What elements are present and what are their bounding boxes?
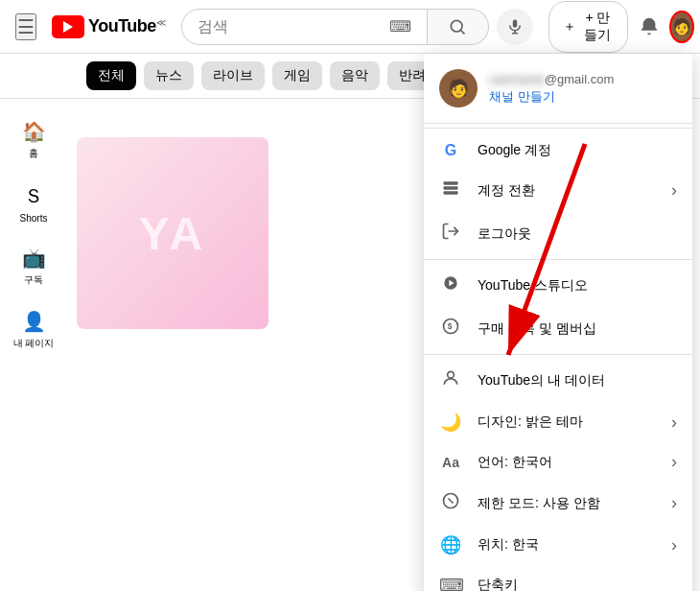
arrow-icon-switch: › [671,180,677,201]
notification-button[interactable] [636,9,662,45]
channel-link[interactable]: 채널 만들기 [489,88,677,106]
divider-1 [424,128,692,129]
filter-chip-게임[interactable]: 게임 [272,61,322,90]
ticket-image: YA [77,137,268,329]
arrow-icon-location: › [671,535,677,556]
dropdown-item-theme[interactable]: 🌙 디자인: 밝은 테마 › [424,402,692,442]
mic-icon [506,18,524,35]
google-icon: G [439,142,462,159]
sidebar-item-홈[interactable]: 🏠 홈 [0,110,67,170]
sidebar-item-구독[interactable]: 📺 구독 [0,237,67,296]
switch-account-icon [439,178,462,202]
header-right: ＋ + 만들기 🧑 [548,1,694,53]
logo-text-group: YouTube≪ [88,16,166,36]
user-email: username@gmail.com [489,72,677,86]
sidebar-label: 구독 [24,273,43,287]
sidebar-icon: 👤 [22,310,46,333]
theme-icon: 🌙 [439,412,462,433]
sidebar-item-Shorts[interactable]: Ｓ Shorts [0,174,67,233]
restricted-icon [439,491,462,515]
filter-chip-라이브[interactable]: 라이브 [201,61,265,90]
dropdown-header: 🧑 username@gmail.com 채널 만들기 [424,54,692,124]
divider-3 [424,354,692,355]
item-label-studio: YouTube 스튜디오 [478,277,677,295]
item-label-restricted: 제한 모드: 사용 안함 [478,495,656,512]
email-domain: @gmail.com [545,72,614,86]
item-label-language: 언어: 한국어 [478,454,656,471]
sidebar-icon: 🏠 [22,120,46,143]
sidebar: 🏠 홈 Ｓ Shorts 📺 구독 👤 내 페이지 [0,99,67,591]
email-blur: username [489,72,545,86]
arrow-icon-language: › [671,452,677,472]
dropdown-item-logout[interactable]: 로그아웃 [424,212,692,255]
divider-2 [424,259,692,260]
avatar-button[interactable]: 🧑 [669,11,694,43]
filter-chip-음악[interactable]: 음악 [330,61,380,90]
svg-rect-2 [513,19,518,27]
location-icon: 🌐 [439,534,462,556]
dropdown-item-shortcuts[interactable]: ⌨ 단축키 [424,565,692,591]
logo[interactable]: YouTube≪ [52,15,166,38]
svg-point-0 [452,20,463,32]
dropdown-item-google[interactable]: G Google 계정 [424,132,692,169]
arrow-icon-theme: › [671,413,677,433]
mic-button[interactable] [497,9,533,45]
dropdown-item-studio[interactable]: YouTube 스튜디오 [424,264,692,307]
header-left: ☰ YouTube≪ [15,13,166,40]
hamburger-button[interactable]: ☰ [15,13,36,40]
search-area: ⌨ [181,9,533,45]
filter-chip-전체[interactable]: 전체 [86,61,136,90]
dropdown-item-location[interactable]: 🌐 위치: 한국 › [424,525,692,565]
avatar-icon: 🧑 [672,17,691,35]
svg-text:$: $ [448,321,453,331]
item-label-theme: 디자인: 밝은 테마 [478,414,656,431]
dropdown-item-restricted[interactable]: 제한 모드: 사용 안함 › [424,482,692,525]
sidebar-icon: Ｓ [24,183,43,209]
keyboard-icon[interactable]: ⌨ [389,17,411,35]
search-bar: ⌨ [181,9,428,45]
sidebar-item-내 페이지[interactable]: 👤 내 페이지 [0,300,67,360]
svg-rect-7 [444,191,458,194]
item-label-location: 위치: 한국 [478,536,656,554]
sidebar-label: Shorts [20,213,48,224]
create-plus-icon: ＋ [563,18,576,35]
svg-line-15 [449,499,454,504]
sidebar-label: 내 페이지 [13,337,55,350]
youtube-logo-icon [52,15,84,38]
logo-text: YouTube [88,16,156,35]
dropdown-user-info: username@gmail.com 채널 만들기 [489,72,677,106]
logout-icon [439,222,462,246]
mydata-icon [439,368,462,392]
item-label-switch: 계정 전환 [478,182,656,200]
search-button[interactable] [428,9,489,45]
search-icon [448,17,467,36]
dropdown-item-switch[interactable]: 계정 전환 › [424,169,692,212]
language-icon: Аа [439,455,462,470]
svg-rect-5 [444,181,458,184]
membership-icon: $ [439,317,462,341]
svg-line-1 [461,30,465,34]
search-input[interactable] [198,18,389,35]
arrow-icon-restricted: › [671,493,677,513]
dropdown-item-membership[interactable]: $ 구매 항목 및 멤버십 [424,307,692,350]
svg-rect-6 [444,186,458,189]
create-button[interactable]: ＋ + 만들기 [548,1,628,53]
item-label-mydata: YouTube의 내 데이터 [478,372,677,390]
filter-chip-뉴스[interactable]: 뉴스 [144,61,194,90]
logo-suffix: ≪ [156,17,166,28]
bell-icon [639,16,660,37]
sidebar-label: 홈 [29,147,38,160]
ticket-text: YA [139,207,206,260]
item-label-logout: 로그아웃 [478,225,677,243]
sidebar-icon: 📺 [22,247,46,270]
svg-point-13 [448,371,455,378]
header: ☰ YouTube≪ ⌨ ＋ + [0,0,700,54]
item-label-shortcuts: 단축키 [478,577,677,591]
dropdown-item-language[interactable]: Аа 언어: 한국어 › [424,442,692,482]
item-label-membership: 구매 항목 및 멤버십 [478,320,677,338]
user-dropdown: 🧑 username@gmail.com 채널 만들기 G Google 계정 … [424,54,692,591]
studio-icon [439,273,462,297]
shortcuts-icon: ⌨ [439,575,462,591]
dropdown-item-mydata[interactable]: YouTube의 내 데이터 [424,359,692,402]
item-label-google: Google 계정 [478,142,677,159]
